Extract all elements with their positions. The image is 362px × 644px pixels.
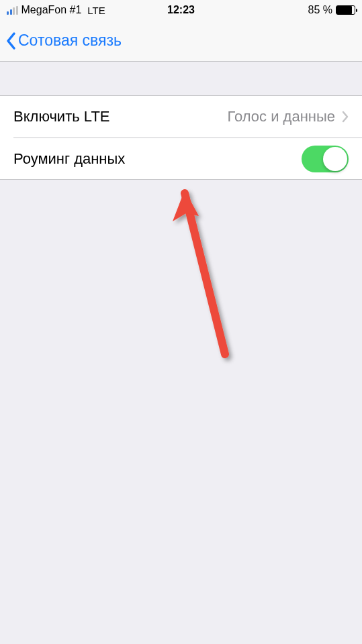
chevron-back-icon <box>5 32 16 50</box>
enable-lte-label: Включить LTE <box>13 108 228 125</box>
status-right: 85 % <box>308 4 355 16</box>
network-type-label: LTE <box>87 5 105 16</box>
carrier-label: MegaFon #1 <box>21 4 82 16</box>
back-button[interactable]: Сотовая связь <box>5 32 122 50</box>
toggle-knob <box>323 147 347 171</box>
chevron-right-icon <box>342 111 349 123</box>
battery-percentage-label: 85 % <box>308 4 332 16</box>
annotation-arrow-icon <box>171 186 245 368</box>
signal-strength-icon <box>7 6 18 15</box>
status-left: MegaFon #1 LTE <box>7 4 105 16</box>
navigation-bar: Сотовая связь <box>0 20 362 62</box>
clock-label: 12:23 <box>167 4 195 16</box>
battery-icon <box>336 5 355 15</box>
svg-line-0 <box>185 193 225 354</box>
enable-lte-value: Голос и данные <box>228 108 335 125</box>
enable-lte-row[interactable]: Включить LTE Голос и данные <box>0 96 362 138</box>
data-roaming-row: Роуминг данных <box>13 138 362 179</box>
settings-group: Включить LTE Голос и данные Роуминг данн… <box>0 95 362 180</box>
status-bar: MegaFon #1 LTE 12:23 85 % <box>0 0 362 20</box>
data-roaming-label: Роуминг данных <box>13 150 302 168</box>
svg-marker-1 <box>173 190 199 221</box>
data-roaming-toggle[interactable] <box>302 146 349 172</box>
back-label: Сотовая связь <box>18 32 122 50</box>
